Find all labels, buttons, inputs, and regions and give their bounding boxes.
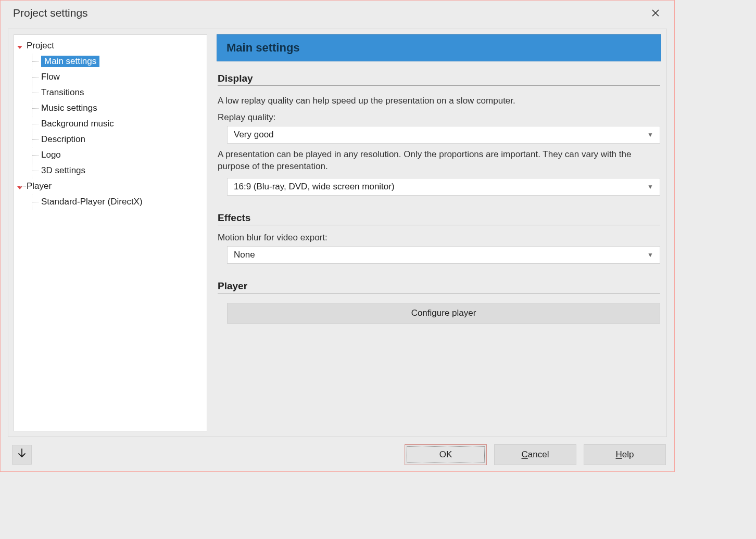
section-effects-title: Effects: [218, 212, 660, 225]
replay-quality-desc: A low replay quality can help speed up t…: [218, 95, 660, 107]
motion-blur-select[interactable]: None ▼: [227, 246, 660, 264]
ok-button[interactable]: OK: [405, 444, 487, 465]
motion-blur-label: Motion blur for video export:: [218, 233, 660, 243]
settings-panel: Main settings Display A low replay quali…: [217, 34, 661, 431]
tree-node-description[interactable]: Description: [16, 132, 205, 147]
dialog-body: Project Main settings Flow Transitions M…: [8, 29, 667, 437]
tree-node-standard-player[interactable]: Standard-Player (DirectX): [16, 194, 205, 210]
tree-node-project[interactable]: Project Main settings Flow Transitions M…: [16, 38, 205, 178]
caret-down-icon[interactable]: [17, 183, 22, 188]
arrow-down-icon: [18, 448, 26, 461]
panel-heading: Main settings: [217, 34, 661, 61]
help-button[interactable]: Help: [584, 444, 666, 465]
tree-node-player[interactable]: Player Standard-Player (DirectX): [16, 178, 205, 210]
replay-quality-label: Replay quality:: [218, 112, 660, 123]
close-icon[interactable]: [646, 4, 665, 22]
import-button[interactable]: [12, 445, 32, 465]
caret-down-icon[interactable]: [17, 42, 22, 47]
replay-quality-select[interactable]: Very good ▼: [227, 126, 660, 144]
resolution-desc: A presentation can be played in any reso…: [218, 149, 660, 173]
chevron-down-icon: ▼: [647, 251, 653, 259]
aspect-ratio-select[interactable]: 16:9 (Blu-ray, DVD, wide screen monitor)…: [227, 178, 660, 196]
tree-node-music-settings[interactable]: Music settings: [16, 100, 205, 116]
tree-node-background-music[interactable]: Background music: [16, 116, 205, 132]
navigation-tree[interactable]: Project Main settings Flow Transitions M…: [14, 34, 207, 431]
tree-node-flow[interactable]: Flow: [16, 69, 205, 85]
window-title: Project settings: [13, 7, 88, 19]
tree-node-logo[interactable]: Logo: [16, 147, 205, 163]
tree-node-3d-settings[interactable]: 3D settings: [16, 163, 205, 178]
cancel-button[interactable]: Cancel: [494, 444, 576, 465]
titlebar: Project settings: [1, 1, 674, 25]
configure-player-button[interactable]: Configure player: [227, 303, 660, 324]
tree-node-transitions[interactable]: Transitions: [16, 85, 205, 100]
chevron-down-icon: ▼: [647, 131, 653, 138]
section-player-title: Player: [218, 280, 660, 293]
project-settings-dialog: Project settings Project Main settings F…: [0, 0, 675, 472]
section-display-title: Display: [218, 73, 660, 86]
chevron-down-icon: ▼: [647, 183, 653, 190]
tree-node-main-settings[interactable]: Main settings: [16, 54, 205, 69]
dialog-footer: OK Cancel Help: [1, 438, 674, 471]
